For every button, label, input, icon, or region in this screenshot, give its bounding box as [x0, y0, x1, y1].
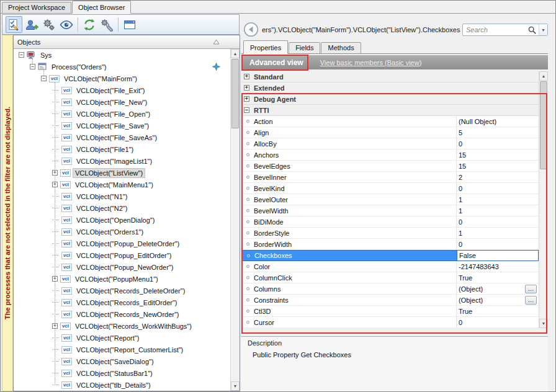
- property-row[interactable]: BevelOuter1: [241, 194, 539, 205]
- ellipsis-button[interactable]: …: [525, 285, 537, 293]
- property-value-cell[interactable]: 2: [457, 172, 539, 182]
- property-value-cell[interactable]: False: [457, 251, 538, 261]
- grid-scrollbar[interactable]: ▲ ▼: [539, 71, 548, 328]
- property-row[interactable]: BevelKind0: [241, 183, 539, 194]
- tree-item[interactable]: vclVCLObject("File_Exit"): [14, 84, 230, 96]
- property-row[interactable]: Ctl3DTrue: [241, 306, 539, 317]
- property-group-header[interactable]: +Extended: [241, 82, 539, 94]
- refresh-button[interactable]: [81, 16, 97, 33]
- property-row[interactable]: Anchors15: [241, 149, 539, 161]
- property-row[interactable]: Action(Null Object): [241, 116, 539, 127]
- tree-item[interactable]: vclVCLObject("File1"): [14, 143, 230, 155]
- property-row[interactable]: BevelEdges15: [241, 161, 539, 172]
- collapse-expander-icon[interactable]: −: [30, 64, 35, 69]
- gear-wrench-button[interactable]: [98, 16, 115, 33]
- property-value-cell[interactable]: 1: [457, 205, 539, 216]
- tree-scrollbar[interactable]: ▲ ▼: [230, 49, 240, 391]
- property-value-cell[interactable]: 0: [457, 138, 539, 149]
- tree-item[interactable]: vclVCLObject("File_New"): [14, 96, 230, 108]
- tree-item[interactable]: vclVCLObject("Popup_DeleteOrder"): [14, 238, 230, 249]
- tab-methods[interactable]: Methods: [321, 42, 361, 53]
- property-value-cell[interactable]: (Object)…: [457, 283, 539, 294]
- property-row[interactable]: BevelInner2: [241, 172, 539, 183]
- tree-item[interactable]: +vclVCLObject("PopupMenu1"): [14, 273, 230, 285]
- property-value-cell[interactable]: 0: [457, 239, 539, 249]
- tree-item[interactable]: vclVCLObject("Popup_EditOrder"): [14, 249, 230, 261]
- property-value-cell[interactable]: 0: [457, 183, 539, 194]
- expand-expander-icon[interactable]: +: [52, 276, 58, 282]
- tab-project-workspace[interactable]: Project Workspace: [2, 2, 71, 13]
- back-button[interactable]: [243, 22, 259, 37]
- property-value-cell[interactable]: 5: [457, 127, 539, 138]
- property-row[interactable]: BevelWidth1: [241, 205, 539, 216]
- expand-expander-icon[interactable]: +: [52, 170, 58, 176]
- property-value-cell[interactable]: -2147483643: [457, 261, 539, 272]
- tree-item[interactable]: vclVCLObject("StatusBar1"): [14, 367, 230, 379]
- property-value-cell[interactable]: (Object)…: [457, 295, 539, 305]
- collapse-expander-icon[interactable]: −: [244, 107, 249, 113]
- property-value-cell[interactable]: True: [457, 306, 539, 316]
- scroll-down-icon[interactable]: ▼: [231, 381, 240, 391]
- tree-item[interactable]: vclVCLObject("tlb_Details"): [14, 379, 230, 391]
- tree-item[interactable]: vclVCLObject("Report_CustomerList"): [14, 344, 230, 355]
- tree-item[interactable]: vclVCLObject("ImageList1"): [14, 155, 230, 167]
- scroll-up-icon[interactable]: ▲: [231, 49, 240, 58]
- tree-item[interactable]: vclVCLObject("Orders1"): [14, 226, 230, 238]
- search-input[interactable]: [463, 26, 527, 33]
- tree-item[interactable]: vclVCLObject("File_Open"): [14, 108, 230, 120]
- property-group-header[interactable]: +Standard: [241, 71, 539, 82]
- property-value-cell[interactable]: 1: [457, 194, 539, 205]
- tree-item[interactable]: vclVCLObject("SaveDialog"): [14, 355, 230, 367]
- tree-item[interactable]: vclVCLObject("Report"): [14, 332, 230, 344]
- checklist-edit-button[interactable]: [6, 16, 22, 33]
- property-value-cell[interactable]: 0: [457, 216, 539, 227]
- window-layout-button[interactable]: [121, 16, 138, 33]
- property-group-header[interactable]: −RTTI: [241, 105, 539, 116]
- collapse-expander-icon[interactable]: −: [19, 52, 24, 58]
- basic-view-link[interactable]: View basic members (Basic view): [320, 59, 422, 66]
- scrollbar-thumb[interactable]: [231, 59, 239, 128]
- tree-item[interactable]: vclVCLObject("Records_NewOrder"): [14, 308, 230, 320]
- property-value-cell[interactable]: (Null Object): [457, 116, 539, 127]
- tree-item[interactable]: +vclVCLObject("ListView"): [14, 167, 230, 179]
- tree-item[interactable]: vclVCLObject("N1"): [14, 190, 230, 202]
- ellipsis-button[interactable]: …: [525, 296, 537, 305]
- tree-item[interactable]: vclVCLObject("File_SaveAs"): [14, 131, 230, 143]
- search-dropdown-icon[interactable]: ▾: [539, 24, 547, 35]
- property-row[interactable]: Cursor0: [241, 317, 539, 328]
- property-row[interactable]: BorderWidth0: [241, 239, 539, 250]
- sort-indicator-icon[interactable]: [213, 39, 220, 45]
- scroll-down-icon[interactable]: ▼: [539, 319, 548, 328]
- tree-item[interactable]: +vclVCLObject("Records_WorkWithBugs"): [14, 320, 230, 332]
- property-value-cell[interactable]: True: [457, 272, 539, 283]
- expand-expander-icon[interactable]: +: [244, 74, 249, 79]
- scrollbar-thumb[interactable]: [540, 81, 547, 169]
- collapse-expander-icon[interactable]: −: [41, 76, 47, 81]
- property-row[interactable]: BorderStyle1: [241, 228, 539, 239]
- tree-item[interactable]: −vclVCLObject("MainForm"): [14, 73, 230, 84]
- scroll-up-icon[interactable]: ▲: [539, 71, 548, 81]
- search-box[interactable]: ▾: [462, 24, 548, 36]
- tree-item[interactable]: vclVCLObject("OpenDialog"): [14, 214, 230, 226]
- tree-item[interactable]: −Sys: [14, 49, 230, 61]
- expand-expander-icon[interactable]: +: [52, 182, 58, 187]
- tree-item[interactable]: vclVCLObject("Records_DeleteOrder"): [14, 285, 230, 296]
- property-row[interactable]: ColumnClickTrue: [241, 272, 539, 283]
- objects-panel-header[interactable]: Objects: [14, 35, 240, 49]
- property-row[interactable]: BiDiMode0: [241, 216, 539, 228]
- expand-expander-icon[interactable]: +: [244, 96, 249, 102]
- property-row[interactable]: Align5: [241, 127, 539, 138]
- tree-item[interactable]: −Process("Orders"): [14, 61, 230, 73]
- property-row[interactable]: AllocBy0: [241, 138, 539, 149]
- tree-item[interactable]: vclVCLObject("File_Save"): [14, 120, 230, 131]
- property-value-cell[interactable]: 15: [457, 149, 539, 160]
- tree-item[interactable]: +vclVCLObject("MainMenu1"): [14, 179, 230, 190]
- tab-object-browser[interactable]: Object Browser: [72, 1, 131, 14]
- expand-expander-icon[interactable]: +: [52, 323, 58, 329]
- tree-item[interactable]: vclVCLObject("Popup_NewOrder"): [14, 261, 230, 273]
- property-row[interactable]: CheckboxesFalse: [241, 250, 539, 261]
- property-value-cell[interactable]: 0: [457, 317, 539, 327]
- tree-item[interactable]: vclVCLObject("Records_EditOrder"): [14, 296, 230, 308]
- tab-properties[interactable]: Properties: [243, 40, 288, 54]
- property-group-header[interactable]: +Debug Agent: [241, 94, 539, 105]
